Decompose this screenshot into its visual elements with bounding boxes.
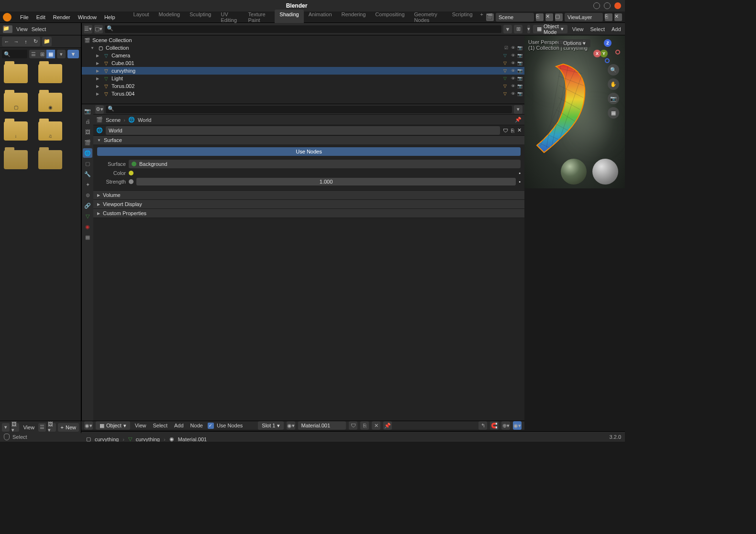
texture-tab-icon[interactable]: ▦ xyxy=(83,232,92,242)
unlink-icon[interactable]: ✕ xyxy=(517,127,522,133)
viewlayer-field[interactable]: ViewLayer xyxy=(565,13,603,22)
display-detail-icon[interactable]: ⊞ xyxy=(38,50,46,58)
world-tab-icon[interactable]: 🌐 xyxy=(83,148,92,158)
ws-layout[interactable]: Layout xyxy=(129,10,154,25)
bc-scene-icon[interactable]: 🎬 xyxy=(96,117,103,123)
volume-panel-header[interactable]: ▶Volume xyxy=(93,191,524,199)
folder-icon[interactable]: 📁 xyxy=(3,25,12,33)
world-data-icon[interactable]: 🌐 xyxy=(96,127,103,133)
fb-select-menu[interactable]: Select xyxy=(32,26,46,32)
mode-selector[interactable]: ▦ Object Mode ▾ xyxy=(533,25,567,33)
vp-select-menu[interactable]: Select xyxy=(588,26,607,32)
ws-scripting[interactable]: Scripting xyxy=(447,10,478,25)
prop-options-icon[interactable]: ⚙▾ xyxy=(95,105,104,114)
blender-logo-icon[interactable] xyxy=(3,13,11,22)
prop-search-input[interactable]: 🔍 xyxy=(106,106,512,113)
custom-props-panel-header[interactable]: ▶Custom Properties xyxy=(93,209,524,218)
surface-panel-header[interactable]: ▼Surface xyxy=(93,136,524,144)
viewlayer-new-icon[interactable]: ⎘ xyxy=(605,13,612,21)
outliner-type-icon[interactable]: ☰▾ xyxy=(84,25,92,33)
uv-image-icon[interactable]: 🖼▾ xyxy=(11,423,19,432)
outliner-item[interactable]: ▶▽Torus.004▽👁📷 xyxy=(82,90,524,98)
gray-sphere-icon[interactable] xyxy=(592,159,618,185)
outliner-display-icon[interactable]: ▢▾ xyxy=(94,25,103,33)
nav-refresh-button[interactable]: ↻ xyxy=(31,37,40,46)
scene-new-icon[interactable]: ⎘ xyxy=(536,13,544,21)
nav-newfolder-button[interactable]: 📁 xyxy=(42,37,52,46)
folder-item[interactable] xyxy=(38,150,62,169)
add-workspace-button[interactable]: + xyxy=(478,10,486,25)
zoom-icon[interactable]: 🔍 xyxy=(608,64,619,76)
uv-img-sel-icon[interactable]: 🖼▾ xyxy=(48,423,56,432)
ws-compositing[interactable]: Compositing xyxy=(370,10,409,25)
outliner-item[interactable]: ▶▽Light▽👁📷 xyxy=(82,75,524,82)
color-socket-icon[interactable] xyxy=(129,171,133,175)
ws-sculpting[interactable]: Sculpting xyxy=(185,10,216,25)
outliner-filter-icon[interactable]: ▼ xyxy=(503,25,512,33)
ws-modeling[interactable]: Modeling xyxy=(154,10,185,25)
viewport-options[interactable]: Options ▾ xyxy=(558,39,590,47)
menu-file[interactable]: File xyxy=(16,13,33,22)
shield-icon[interactable]: 🛡 xyxy=(503,128,508,133)
physics-tab-icon[interactable]: ⊚ xyxy=(83,190,92,200)
strength-socket-icon[interactable] xyxy=(129,179,133,184)
orientation-gizmo[interactable]: Z Y X xyxy=(596,39,619,62)
pin-icon[interactable]: 📌 xyxy=(515,117,522,123)
folder-item[interactable]: ♫ xyxy=(38,121,62,141)
viewport-display-panel-header[interactable]: ▶Viewport Display xyxy=(93,200,524,208)
folder-item[interactable]: ↓ xyxy=(4,121,28,141)
fb-search-input[interactable]: 🔍 xyxy=(2,50,27,58)
nav-up-button[interactable]: ↑ xyxy=(21,37,31,46)
ws-rendering[interactable]: Rendering xyxy=(337,10,371,25)
folder-item[interactable]: ◉ xyxy=(38,93,62,112)
nav-forward-button[interactable]: → xyxy=(11,37,21,46)
strength-dot-icon[interactable]: • xyxy=(519,179,521,185)
scene-icon[interactable]: 🎬 xyxy=(486,13,494,21)
viewlayer-icon[interactable]: ▢ xyxy=(555,13,563,21)
constraint-tab-icon[interactable]: 🔗 xyxy=(83,201,92,210)
outliner-item[interactable]: ▶▽curvything▽👁📷 xyxy=(82,67,524,75)
3d-viewport[interactable]: User Perspective (Local) (1) Collection … xyxy=(524,35,625,188)
menu-window[interactable]: Window xyxy=(74,13,100,22)
scene-tab-icon[interactable]: 🎬 xyxy=(83,138,92,147)
folder-item[interactable] xyxy=(38,64,62,83)
outliner-item[interactable]: ▶▽Cube.001▽👁📷 xyxy=(82,59,524,67)
display-thumb-icon[interactable]: ▦ xyxy=(46,50,55,58)
scene-del-icon[interactable]: ✕ xyxy=(545,13,553,21)
folder-item[interactable] xyxy=(4,150,28,169)
modifier-tab-icon[interactable]: 🔧 xyxy=(83,169,92,179)
ws-texturepaint[interactable]: Texture Paint xyxy=(244,10,275,25)
minimize-button[interactable] xyxy=(593,2,600,9)
strength-value-field[interactable]: 1.000 xyxy=(136,178,516,185)
object-tab-icon[interactable]: ▢ xyxy=(83,159,92,168)
bc-world-icon[interactable]: 🌐 xyxy=(128,117,135,123)
filter-toggle-button[interactable]: ▼ xyxy=(67,50,79,58)
outliner-collection[interactable]: ▼ ▢ Collection ☑👁📷 xyxy=(82,44,524,52)
camera-view-icon[interactable]: 📷 xyxy=(608,93,619,104)
ws-uvediting[interactable]: UV Editing xyxy=(216,10,243,25)
hdri-sphere-icon[interactable] xyxy=(561,159,587,185)
uv-new-button[interactable]: + New xyxy=(58,423,79,432)
maximize-button[interactable] xyxy=(604,2,611,9)
perspective-icon[interactable]: ▦ xyxy=(608,107,619,119)
folder-item[interactable] xyxy=(4,64,28,83)
vp-view-menu[interactable]: View xyxy=(570,26,586,32)
display-list-icon[interactable]: ☰ xyxy=(29,50,38,58)
outliner-root[interactable]: 🎬 Scene Collection xyxy=(82,36,524,44)
x-axis-icon[interactable]: X xyxy=(593,50,601,57)
outliner-new-col-icon[interactable]: ⊞ xyxy=(514,25,523,33)
copy-icon[interactable]: ⎘ xyxy=(511,128,514,133)
uv-menu-icon[interactable]: ☰ xyxy=(38,423,46,432)
folder-item[interactable]: ▢ xyxy=(4,93,28,112)
neg-x-axis-icon[interactable] xyxy=(615,50,620,54)
uv-editor-type-icon[interactable]: ▾ xyxy=(2,423,10,432)
output-tab-icon[interactable]: 🖨 xyxy=(83,117,92,126)
close-button[interactable] xyxy=(614,2,621,9)
menu-help[interactable]: Help xyxy=(100,13,119,22)
curvything-object[interactable] xyxy=(534,59,601,155)
data-tab-icon[interactable]: ▽ xyxy=(83,211,92,221)
surface-type-selector[interactable]: Background xyxy=(129,160,521,168)
y-axis-icon[interactable]: Y xyxy=(600,50,608,57)
ws-shading[interactable]: Shading xyxy=(275,10,303,25)
vp-add-menu[interactable]: Add xyxy=(610,26,623,32)
